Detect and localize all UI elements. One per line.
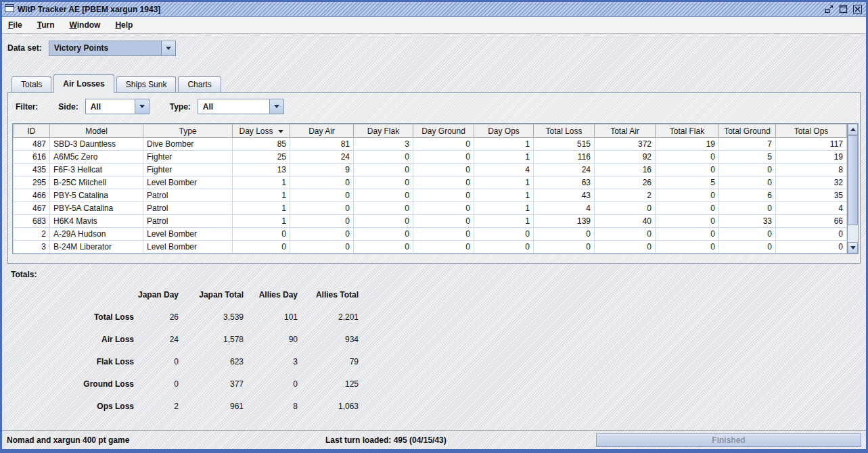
table-row[interactable]: 3B-24M LiberatorLevel Bomber0000000000 bbox=[14, 241, 847, 254]
column-header-total-ops[interactable]: Total Ops bbox=[776, 124, 847, 138]
totals-value-air-loss-japan-total: 1,578 bbox=[179, 333, 244, 346]
table-cell: 0 bbox=[474, 241, 534, 254]
scrollbar-track[interactable] bbox=[848, 135, 858, 242]
totals-label: Totals: bbox=[11, 270, 857, 279]
table-row[interactable]: 467PBY-5A CatalinaPatrol1000140004 bbox=[14, 202, 847, 215]
table-cell: 0 bbox=[719, 202, 776, 215]
column-header-total-air[interactable]: Total Air bbox=[595, 124, 656, 138]
table-cell: 32 bbox=[776, 176, 847, 189]
statusbar: Nomad and xargun 400 pt game Last turn l… bbox=[2, 430, 866, 449]
table-cell: 467 bbox=[14, 202, 50, 215]
table-cell: 3 bbox=[354, 138, 413, 151]
table-cell: 0 bbox=[354, 176, 413, 189]
table-cell: 0 bbox=[656, 164, 719, 176]
chevron-down-icon bbox=[139, 105, 145, 108]
table-cell: 9 bbox=[290, 164, 354, 176]
table-cell: 1 bbox=[474, 138, 534, 151]
column-header-total-flak[interactable]: Total Flak bbox=[656, 124, 719, 138]
table-cell: 0 bbox=[656, 215, 719, 228]
table-cell: 1 bbox=[474, 189, 534, 202]
table-cell: 0 bbox=[719, 164, 776, 176]
tab-totals[interactable]: Totals bbox=[12, 76, 51, 92]
column-header-id[interactable]: ID bbox=[14, 124, 50, 138]
totals-value-air-loss-japan-day: 24 bbox=[134, 333, 179, 346]
scroll-down-button[interactable] bbox=[848, 242, 858, 254]
column-header-day-ground[interactable]: Day Ground bbox=[413, 124, 474, 138]
table-cell: 0 bbox=[413, 151, 474, 164]
table-cell: 0 bbox=[354, 202, 413, 215]
side-filter-arrow-button[interactable] bbox=[135, 99, 149, 114]
minimize-button[interactable] bbox=[823, 4, 835, 15]
column-header-day-loss[interactable]: Day Loss bbox=[233, 124, 290, 138]
table-cell: 43 bbox=[534, 189, 595, 202]
table-cell: 35 bbox=[776, 189, 847, 202]
table-cell: 19 bbox=[656, 138, 719, 151]
game-description: Nomad and xargun 400 pt game bbox=[7, 435, 129, 445]
column-header-day-flak[interactable]: Day Flak bbox=[354, 124, 413, 138]
vertical-scrollbar[interactable] bbox=[847, 124, 858, 254]
table-cell: 24 bbox=[534, 164, 595, 176]
table-cell: SBD-3 Dauntless bbox=[50, 138, 143, 151]
column-header-type[interactable]: Type bbox=[143, 124, 233, 138]
table-cell: 0 bbox=[595, 202, 656, 215]
dataset-combo[interactable]: Victory Points bbox=[49, 41, 176, 56]
menu-window[interactable]: Window bbox=[69, 20, 100, 30]
table-cell: Fighter bbox=[143, 164, 233, 176]
table-row[interactable]: 616A6M5c ZeroFighter2524001116920519 bbox=[14, 151, 847, 164]
table-cell: 0 bbox=[354, 164, 413, 176]
table-cell: 372 bbox=[595, 138, 656, 151]
table-cell: 66 bbox=[776, 215, 847, 228]
table-cell: 5 bbox=[656, 176, 719, 189]
side-filter-combo[interactable]: All bbox=[85, 99, 150, 114]
side-filter-value: All bbox=[86, 99, 135, 114]
table-cell: 0 bbox=[656, 202, 719, 215]
maximize-button[interactable] bbox=[837, 4, 849, 15]
table-row[interactable]: 683H6K4 MavisPatrol100011394003366 bbox=[14, 215, 847, 228]
type-filter-combo[interactable]: All bbox=[198, 99, 284, 114]
table-row[interactable]: 487SBD-3 DauntlessDive Bomber85813015153… bbox=[14, 138, 847, 151]
scroll-up-button[interactable] bbox=[848, 124, 858, 135]
totals-value-air-loss-allies-day: 90 bbox=[244, 333, 298, 346]
column-header-total-loss[interactable]: Total Loss bbox=[534, 124, 595, 138]
tab-charts[interactable]: Charts bbox=[178, 76, 221, 92]
totals-value-total-loss-japan-total: 3,539 bbox=[179, 310, 244, 324]
totals-row-label-air-loss: Air Loss bbox=[11, 333, 134, 346]
table-cell: 435 bbox=[14, 164, 50, 176]
table-row[interactable]: 295B-25C MitchellLevel Bomber10001632650… bbox=[14, 176, 847, 189]
type-filter-arrow-button[interactable] bbox=[269, 99, 283, 114]
scrollbar-thumb[interactable] bbox=[848, 135, 858, 225]
totals-value-ops-loss-japan-day: 2 bbox=[134, 400, 179, 413]
table-row[interactable]: 435F6F-3 HellcatFighter1390042416008 bbox=[14, 164, 847, 176]
table-row[interactable]: 466PBY-5 CatalinaPatrol100014320635 bbox=[14, 189, 847, 202]
column-header-total-ground[interactable]: Total Ground bbox=[719, 124, 776, 138]
table-cell: 4 bbox=[474, 164, 534, 176]
totals-value-flak-loss-allies-day: 3 bbox=[244, 355, 298, 368]
tab-bar: TotalsAir LossesShips SunkCharts bbox=[7, 74, 861, 92]
table-cell: 0 bbox=[233, 241, 290, 254]
menu-file[interactable]: File bbox=[8, 20, 22, 30]
table-cell: 117 bbox=[776, 138, 847, 151]
table-cell: PBY-5A Catalina bbox=[50, 202, 143, 215]
table-cell: 1 bbox=[474, 202, 534, 215]
tab-air-losses[interactable]: Air Losses bbox=[53, 74, 114, 93]
sort-desc-icon bbox=[278, 130, 283, 133]
table-row[interactable]: 2A-29A HudsonLevel Bomber0000000000 bbox=[14, 228, 847, 241]
menu-turn[interactable]: Turn bbox=[37, 20, 55, 30]
tab-ships-sunk[interactable]: Ships Sunk bbox=[116, 76, 177, 92]
table-cell: 0 bbox=[413, 176, 474, 189]
finished-button[interactable]: Finished bbox=[596, 433, 861, 447]
table-cell: 0 bbox=[354, 228, 413, 241]
close-button[interactable] bbox=[851, 4, 863, 15]
titlebar[interactable]: WitP Tracker AE [PBEM xargun 1943] bbox=[2, 2, 866, 17]
table-cell: Patrol bbox=[143, 189, 233, 202]
column-header-day-ops[interactable]: Day Ops bbox=[474, 124, 534, 138]
totals-corner bbox=[11, 288, 134, 302]
totals-value-ground-loss-allies-total: 125 bbox=[298, 377, 359, 391]
menu-help[interactable]: Help bbox=[115, 20, 133, 30]
dataset-combo-arrow-button[interactable] bbox=[161, 41, 175, 55]
type-filter-label: Type: bbox=[170, 102, 191, 112]
column-header-day-air[interactable]: Day Air bbox=[290, 124, 354, 138]
table-cell: 0 bbox=[413, 228, 474, 241]
column-header-model[interactable]: Model bbox=[50, 124, 143, 138]
table-cell: 0 bbox=[534, 228, 595, 241]
